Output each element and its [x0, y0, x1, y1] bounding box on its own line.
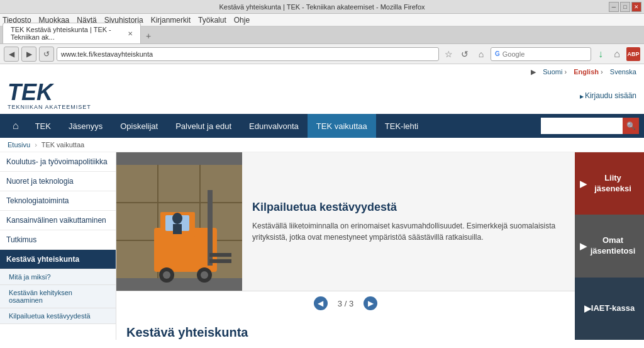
nav-jasenyys[interactable]: Jäsenyys — [60, 114, 111, 138]
join-member-button[interactable]: ▶ Liity jäseneksi — [575, 152, 644, 215]
nav-search-button[interactable]: 🔍 — [623, 118, 639, 134]
sidebar-item-koulutus[interactable]: Koulutus- ja työvoimapolitiikka — [0, 152, 116, 172]
back-button[interactable]: ◀ — [4, 47, 19, 62]
iaet-button[interactable]: ▶ IAET-kassa — [575, 278, 644, 340]
tab-label: TEK Kestävä yhteiskunta | TEK - Tekniika… — [11, 26, 124, 41]
browser-tabs: TEK Kestävä yhteiskunta | TEK - Tekniika… — [0, 26, 644, 44]
sidebar-item-kansainvalinen[interactable]: Kansainvälinen vaikuttaminen — [0, 211, 116, 230]
nav-icons: ☆ ↺ ⌂ — [441, 47, 488, 61]
nav-tek-vaikuttaa[interactable]: TEK vaikuttaa — [308, 114, 376, 138]
main-content: Kilpailuetua kestävyydestä Kestävällä li… — [116, 152, 575, 340]
lang-suomi[interactable]: Suomi — [543, 68, 562, 76]
lang-separator-1: › — [565, 68, 567, 76]
svg-point-13 — [163, 271, 170, 279]
website-content: ▶ Suomi › English › Svenska TEK TEKNIIKA… — [0, 64, 644, 348]
browser-search-bar[interactable]: G — [491, 47, 591, 61]
slide-image — [116, 152, 242, 291]
lang-arrow: ▶ — [531, 68, 536, 76]
site-header: TEK TEKNIIKAN AKATEEMISET Kirjaudu sisää… — [0, 80, 644, 114]
slideshow: Kilpailuetua kestävyydestä Kestävällä li… — [116, 152, 575, 315]
login-link[interactable]: Kirjaudu sisään — [580, 91, 636, 100]
logo-main: TEK — [8, 81, 91, 104]
slide-content: Kilpailuetua kestävyydestä Kestävällä li… — [242, 152, 575, 291]
section-title: Kestävä yhteiskunta — [116, 315, 575, 340]
main-navigation: ⌂ TEK Jäsenyys Opiskelijat Palvelut ja e… — [0, 114, 644, 138]
breadcrumb-home[interactable]: Etusivu — [8, 141, 30, 149]
browser-tab[interactable]: TEK Kestävä yhteiskunta | TEK - Tekniika… — [3, 23, 141, 43]
slide-description: Kestävällä liiketoiminnalla on erinomais… — [252, 220, 565, 243]
minimize-button[interactable]: ─ — [609, 2, 619, 12]
search-engine-logo: G — [495, 50, 500, 57]
svg-rect-10 — [209, 253, 231, 257]
forward-button[interactable]: ▶ — [21, 47, 36, 62]
browser-search-input[interactable] — [502, 50, 587, 58]
nav-search[interactable]: 🔍 — [541, 118, 639, 134]
logo-subtitle: TEKNIIKAN AKATEEMISET — [8, 104, 91, 110]
home-icon[interactable]: ⌂ — [474, 47, 488, 61]
breadcrumb-current: TEK vaikuttaa — [42, 141, 84, 149]
bookmark-icon[interactable]: ☆ — [441, 47, 455, 61]
slide-counter: 3 / 3 — [338, 299, 353, 308]
home-nav-icon: ⌂ — [13, 120, 19, 132]
url-display: www.tek.fi/kestavayhteiskunta — [61, 50, 153, 58]
member-arrow-icon: ▶ — [580, 240, 587, 252]
address-bar[interactable]: www.tek.fi/kestavayhteiskunta — [57, 47, 439, 61]
breadcrumb-sep: › — [35, 141, 37, 149]
nav-edunvalvonta[interactable]: Edunvalvonta — [240, 114, 308, 138]
nav-palvelut[interactable]: Palvelut ja edut — [167, 114, 240, 138]
sidebar-item-teknologia[interactable]: Teknologiatoiminta — [0, 191, 116, 211]
sidebar-sub-kestavan[interactable]: Kestävän kehityksen osaaminen — [0, 285, 116, 308]
slide-title: Kilpailuetua kestävyydestä — [252, 201, 565, 214]
lang-separator-2: › — [601, 68, 603, 76]
home-nav-icon[interactable]: ⌂ — [610, 47, 624, 61]
browser-navbar: ◀ ▶ ↺ www.tek.fi/kestavayhteiskunta ☆ ↺ … — [0, 44, 644, 64]
new-tab-button[interactable]: + — [141, 28, 156, 43]
logo[interactable]: TEK TEKNIIKAN AKATEEMISET — [8, 81, 91, 110]
lang-english[interactable]: English — [574, 68, 599, 76]
language-bar: ▶ Suomi › English › Svenska — [0, 64, 644, 80]
svg-rect-11 — [209, 259, 231, 263]
menu-ohje[interactable]: Ohje — [234, 16, 250, 25]
nav-tek[interactable]: TEK — [26, 114, 60, 138]
browser-titlebar: Kestävä yhteiskunta | TEK - Tekniikan ak… — [0, 0, 644, 14]
sidebar-item-tutkimus[interactable]: Tutkimus — [0, 230, 116, 250]
content-area: Koulutus- ja työvoimapolitiikka Nuoret j… — [0, 152, 644, 340]
sidebar-submenu: Mitä ja miksi? Kestävän kehityksen osaam… — [0, 269, 116, 324]
iaet-arrow-icon: ▶ — [584, 303, 591, 314]
nav-opiskelijat[interactable]: Opiskelijat — [111, 114, 167, 138]
svg-point-16 — [172, 213, 182, 224]
nav-tek-lehti[interactable]: TEK-lehti — [376, 114, 427, 138]
slide-prev-button[interactable]: ◀ — [314, 296, 328, 310]
refresh-icon[interactable]: ↺ — [458, 47, 472, 61]
join-arrow-icon: ▶ — [580, 178, 587, 189]
slide-next-button[interactable]: ▶ — [364, 296, 377, 310]
download-icon[interactable]: ↓ — [594, 47, 608, 61]
close-button[interactable]: ✕ — [631, 2, 641, 12]
breadcrumb: Etusivu › TEK vaikuttaa — [0, 138, 644, 152]
browser-title: Kestävä yhteiskunta | TEK - Tekniikan ak… — [219, 3, 425, 11]
right-sidebar: ▶ Liity jäseneksi ▶ Omat jäsentietosi ▶ … — [575, 152, 644, 340]
svg-point-15 — [201, 271, 208, 279]
tab-close-button[interactable]: ✕ — [128, 30, 133, 37]
browser-window-controls: ─ □ ✕ — [609, 2, 641, 12]
sidebar-item-nuoret[interactable]: Nuoret ja teknologia — [0, 172, 116, 191]
sidebar-item-kestava[interactable]: Kestävä yhteiskunta — [0, 250, 116, 269]
menu-kirjanmerkit[interactable]: Kirjanmerkit — [151, 16, 191, 25]
sidebar-sub-kilpailuetua[interactable]: Kilpailuetua kestävyydestä — [0, 308, 116, 324]
maximize-button[interactable]: □ — [620, 2, 630, 12]
svg-rect-17 — [173, 224, 182, 234]
member-info-button[interactable]: ▶ Omat jäsentietosi — [575, 215, 644, 277]
nav-search-input[interactable] — [541, 118, 623, 134]
slide: Kilpailuetua kestävyydestä Kestävällä li… — [116, 152, 575, 291]
slide-navigation: ◀ 3 / 3 ▶ — [116, 291, 575, 315]
lang-svenska[interactable]: Svenska — [610, 68, 636, 76]
addon-icon[interactable]: ABP — [626, 47, 640, 61]
sidebar-sub-mita[interactable]: Mitä ja miksi? — [0, 269, 116, 285]
nav-home[interactable]: ⌂ — [5, 114, 26, 138]
left-sidebar: Koulutus- ja työvoimapolitiikka Nuoret j… — [0, 152, 116, 340]
menu-tyokalut[interactable]: Työkalut — [198, 16, 226, 25]
reload-button[interactable]: ↺ — [39, 47, 54, 62]
